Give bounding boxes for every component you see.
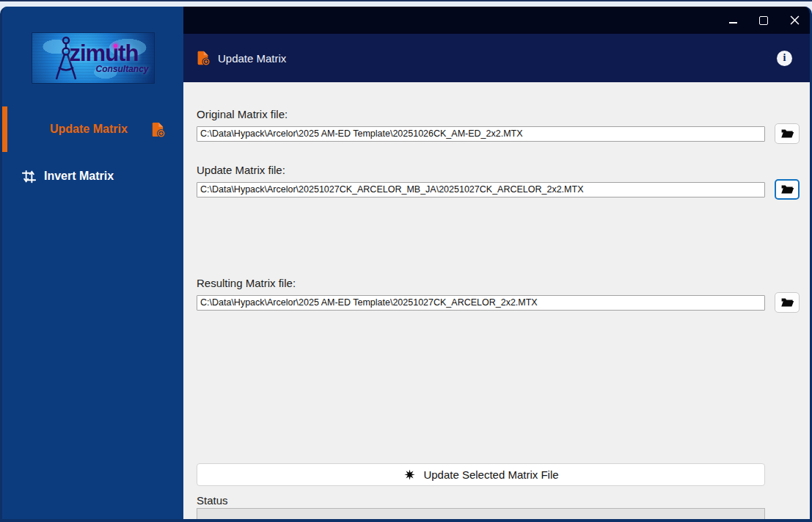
sidebar-item-label: Invert Matrix [44, 170, 114, 183]
browse-update-button[interactable] [775, 179, 800, 200]
sidebar-item-label: Update Matrix [50, 123, 128, 136]
folder-open-icon [780, 128, 794, 139]
info-icon[interactable]: i [777, 51, 792, 66]
sidebar: zimuth Consultancy Update Matrix [2, 7, 183, 519]
close-icon [790, 15, 800, 25]
update-matrix-label: Update Matrix file: [197, 164, 800, 176]
folder-open-icon [780, 184, 794, 195]
minimize-icon [729, 22, 737, 23]
document-add-icon [149, 121, 166, 138]
original-matrix-input[interactable] [197, 126, 765, 142]
update-matrix-field-group: Update Matrix file: [197, 164, 800, 200]
page-title: Update Matrix [218, 52, 286, 65]
content-panel: Original Matrix file: Update Matrix file… [183, 82, 810, 519]
main-area: Update Matrix i Original Matrix file: [183, 7, 810, 519]
sidebar-item-update-matrix[interactable]: Update Matrix [2, 106, 183, 152]
status-progress-bar [197, 508, 765, 521]
browse-original-button[interactable] [775, 123, 800, 144]
logo-accent-dot [114, 44, 117, 48]
original-matrix-label: Original Matrix file: [197, 108, 800, 120]
resulting-matrix-input[interactable] [197, 295, 765, 311]
page-header: Update Matrix i [183, 34, 810, 82]
sidebar-nav: Update Matrix Invert [2, 106, 183, 191]
burst-star-icon [403, 468, 417, 482]
folder-open-icon [780, 297, 794, 308]
document-add-icon [194, 50, 211, 66]
close-button[interactable] [779, 7, 810, 34]
maximize-icon [759, 16, 768, 25]
screen-edge [0, 0, 812, 1]
sidebar-item-invert-matrix[interactable]: Invert Matrix [2, 162, 183, 191]
browse-resulting-button[interactable] [775, 292, 800, 313]
maximize-button[interactable] [748, 7, 779, 34]
status-label: Status [197, 494, 800, 507]
resulting-matrix-field-group: Resulting Matrix file: [197, 277, 800, 313]
logo-title: zimuth [70, 40, 152, 67]
minimize-button[interactable] [717, 7, 748, 34]
update-selected-matrix-button[interactable]: Update Selected Matrix File [197, 463, 765, 486]
app-window: zimuth Consultancy Update Matrix [0, 7, 812, 522]
resulting-matrix-label: Resulting Matrix file: [197, 277, 800, 289]
swap-vertical-icon [21, 168, 37, 185]
logo-subtitle: Consultancy [95, 64, 148, 74]
original-matrix-field-group: Original Matrix file: [197, 108, 800, 144]
update-matrix-input[interactable] [197, 182, 765, 197]
update-button-label: Update Selected Matrix File [423, 468, 558, 481]
title-bar [183, 7, 810, 34]
azimuth-logo: zimuth Consultancy [32, 32, 155, 84]
